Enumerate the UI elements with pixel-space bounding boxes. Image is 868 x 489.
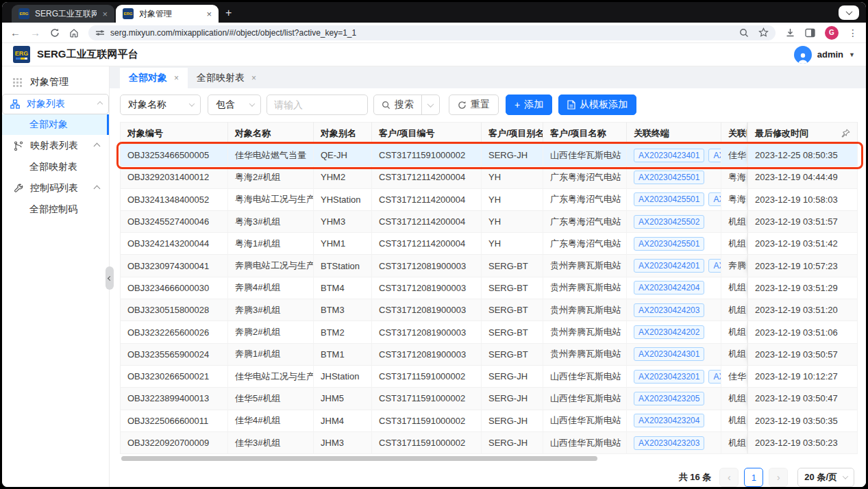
home-button[interactable]	[69, 28, 79, 38]
download-icon[interactable]	[785, 27, 795, 38]
col-modified-time[interactable]: 最后修改时间	[747, 122, 858, 145]
sidebar-collapse-handle[interactable]	[106, 266, 114, 290]
table-row[interactable]: OBJ3230974300041 奔腾电站工况与生产 BTStation CST…	[120, 255, 858, 277]
cell-modified-time: 2023-12-19 03:51:29	[747, 277, 858, 299]
chrome-profile-avatar[interactable]: G	[825, 26, 839, 40]
site-settings-icon[interactable]	[95, 29, 105, 37]
user-avatar[interactable]	[794, 46, 812, 64]
terminal-tag[interactable]: AX20230423203	[634, 436, 704, 450]
current-page[interactable]: 1	[744, 468, 763, 487]
side-panel-icon[interactable]	[805, 28, 815, 38]
object-table: 对象编号 对象名称 对象别名 客户/项目编号 客户/项目别名 客户/项目名称 关…	[120, 122, 857, 454]
tab-all-mappings[interactable]: 全部映射表 ×	[188, 68, 265, 88]
cell-modified-time: 2023-12-19 10:58:03	[747, 189, 858, 211]
table-row[interactable]: OBJ3220920700009 佳华3#机组 JHM3 CST31711591…	[120, 432, 858, 454]
bookmark-star-icon[interactable]	[758, 27, 769, 38]
browser-tab-object-mgmt[interactable]: ERG 对象管理 ×	[116, 5, 219, 23]
sidebar-group-object-list[interactable]: 对象列表	[2, 94, 109, 114]
cell-customer-name: 山西佳华瓦斯电站	[543, 410, 627, 432]
terminal-tag[interactable]: AX20230425501	[634, 237, 704, 251]
scrollbar-thumb[interactable]	[121, 456, 597, 461]
sidebar-group-control-code-list[interactable]: 控制码列表	[2, 177, 109, 199]
terminal-tag[interactable]: AX20230424202	[634, 325, 704, 339]
cell-customer-id: CST31712081900003	[372, 344, 482, 366]
username[interactable]: admin	[817, 49, 843, 60]
table-row[interactable]: OBJ3230266500021 佳华电站工况与生产 JHStation CST…	[120, 366, 858, 388]
terminal-tag[interactable]: AX20230424201	[634, 259, 704, 273]
new-tab-button[interactable]: +	[225, 7, 232, 19]
terminal-tag[interactable]: AX20230425501	[634, 192, 704, 206]
table-row[interactable]: OBJ3241348400052 粤海电站工况与生产 YHStation CST…	[120, 189, 858, 211]
col-customer-alias[interactable]: 客户/项目别名	[482, 122, 543, 145]
terminal-tag[interactable]: AX20230423205	[634, 392, 704, 405]
search-input[interactable]	[266, 95, 368, 115]
page-size-select[interactable]: 20 条/页	[797, 468, 854, 487]
sidebar-group-mapping-list[interactable]: 映射表列表	[2, 135, 109, 157]
cell-modified-time: 2023-12-19 03:51:20	[747, 299, 858, 321]
cell-terminals: AX20230424201AX20	[627, 255, 721, 277]
table-row[interactable]: OBJ3235565900024 奔腾1#机组 BTM1 CST31712081…	[120, 344, 858, 366]
close-icon[interactable]: ×	[251, 73, 256, 83]
terminal-tag-clipped[interactable]: AX20	[708, 149, 721, 162]
tab-search-button[interactable]	[839, 5, 859, 20]
forward-button[interactable]: →	[30, 27, 40, 38]
terminal-tag[interactable]: AX20230423201	[634, 370, 704, 384]
close-icon[interactable]: ×	[206, 10, 212, 18]
terminal-tag[interactable]: AX20230425501	[634, 171, 704, 184]
sidebar-item-all-control-codes[interactable]: 全部控制码	[2, 199, 109, 220]
pin-icon[interactable]	[841, 129, 850, 138]
table-row[interactable]: OBJ3223899400013 佳华5#机组 JHM5 CST31711591…	[120, 388, 858, 410]
cell-object-name: 粤海3#机组	[228, 211, 314, 233]
address-bar[interactable]: serg.mixyun.com/mixapplication/#/object/…	[88, 25, 776, 40]
reload-button[interactable]	[50, 28, 60, 38]
table-row[interactable]: OBJ3292031400012 粤海2#机组 YHM2 CST31712114…	[120, 166, 858, 188]
add-button[interactable]: + 添加	[506, 95, 552, 115]
terminal-tag-clipped[interactable]: AX20	[708, 192, 721, 206]
terminal-tag-clipped[interactable]: AX20	[708, 259, 721, 273]
cell-customer-alias: SERG-BT	[482, 344, 543, 366]
col-object-id[interactable]: 对象编号	[120, 122, 228, 145]
terminal-tag[interactable]: AX20230423401	[634, 149, 704, 162]
next-page-button[interactable]: ›	[769, 468, 788, 487]
zoom-icon[interactable]	[739, 28, 749, 38]
pagination: 共 16 条 ‹ 1 › 20 条/页	[120, 463, 857, 487]
search-button[interactable]: 搜索	[374, 95, 421, 114]
col-object-name[interactable]: 对象名称	[228, 122, 314, 145]
table-row[interactable]: OBJ3245527400046 粤海3#机组 YHM3 CST31712114…	[120, 211, 858, 233]
chrome-menu-icon[interactable]: ⋮	[848, 27, 858, 38]
cell-object-name: 奔腾电站工况与生产	[228, 255, 314, 277]
search-options-button[interactable]	[421, 95, 439, 114]
col-customer-name[interactable]: 客户/项目名称	[543, 122, 627, 145]
reset-button[interactable]: 重置	[449, 95, 499, 115]
table-row[interactable]: OBJ3253466500005 佳华电站燃气当量 QE-JH CST31711…	[120, 145, 858, 166]
col-customer-id[interactable]: 客户/项目编号	[372, 122, 482, 145]
sidebar-item-all-objects[interactable]: 全部对象	[2, 114, 109, 135]
terminal-tag[interactable]: AX20230424301	[634, 347, 704, 361]
col-object-alias[interactable]: 对象别名	[314, 122, 372, 145]
terminal-tag[interactable]: AX20230424203	[634, 303, 704, 317]
browser-tab-serg[interactable]: ERG SERG工业互联网平台 ×	[12, 5, 114, 23]
col-terminals[interactable]: 关联终端	[627, 122, 721, 145]
table-row[interactable]: OBJ3232265600026 奔腾2#机组 BTM2 CST31712081…	[120, 321, 858, 343]
add-from-template-button[interactable]: 从模板添加	[558, 95, 636, 115]
table-row[interactable]: OBJ3230515800028 奔腾3#机组 BTM3 CST31712081…	[120, 299, 858, 321]
close-icon[interactable]: ×	[102, 10, 108, 18]
table-row[interactable]: OBJ3225066600011 佳华4#机组 JHM4 CST31711591…	[120, 410, 858, 432]
field-select[interactable]: 对象名称	[120, 95, 201, 115]
cell-terminals: AX20230423203	[627, 432, 721, 454]
horizontal-scrollbar[interactable]	[120, 456, 857, 462]
table-row[interactable]: OBJ3242143200044 粤海1#机组 YHM1 CST31712114…	[120, 233, 858, 255]
prev-page-button[interactable]: ‹	[719, 468, 739, 487]
terminal-tag[interactable]: AX20230423204	[634, 414, 704, 427]
user-menu-caret-icon[interactable]: ▼	[849, 51, 855, 58]
table-row[interactable]: OBJ3234666000030 奔腾4#机组 BTM4 CST31712081…	[120, 277, 858, 299]
operator-select[interactable]: 包含	[208, 95, 261, 115]
col-linked-mapping[interactable]: 关联映射表	[721, 122, 747, 145]
sidebar-item-all-mappings[interactable]: 全部映射表	[2, 157, 109, 177]
tab-all-objects[interactable]: 全部对象 ×	[120, 68, 188, 88]
terminal-tag-clipped[interactable]: AX20	[708, 370, 721, 384]
terminal-tag[interactable]: AX20230425502	[634, 215, 704, 229]
close-icon[interactable]: ×	[174, 73, 179, 83]
terminal-tag[interactable]: AX20230424204	[634, 281, 704, 294]
back-button[interactable]: ←	[10, 27, 21, 38]
